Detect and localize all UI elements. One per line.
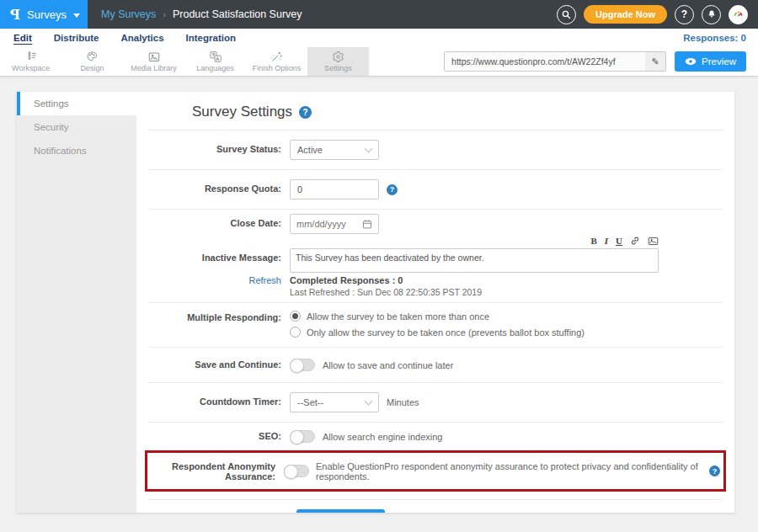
countdown-timer-label: Countdown Timer: (148, 392, 290, 412)
breadcrumb-my-surveys[interactable]: My Surveys (101, 8, 156, 20)
multiple-responding-row: Multiple Responding: Allow the survey to… (148, 303, 723, 348)
survey-status-label: Survey Status: (148, 140, 290, 160)
radio-option-label: Allow the survey to be taken more than o… (307, 311, 489, 322)
tab-design[interactable]: Design (61, 47, 123, 76)
edit-toolbar: Workspace Design Media Library Languages… (0, 47, 758, 77)
preview-button[interactable]: Preview (675, 51, 746, 72)
format-toolbar: B I U (290, 235, 659, 247)
radio-option-label: Only allow the survey to be taken once (… (307, 327, 585, 338)
anonymity-help-icon[interactable]: ? (709, 466, 720, 476)
tab-label: Design (80, 64, 104, 72)
survey-url-box: ✎ (444, 51, 666, 72)
close-date-message-group: Close Date: Inactive Message: B I (148, 210, 723, 303)
close-date-label: Close Date: (148, 214, 290, 234)
countdown-timer-row: Countdown Timer: --Set-- Minutes (148, 383, 723, 423)
breadcrumb: My Surveys › Product Satisfaction Survey (101, 8, 302, 20)
save-and-continue-row: Save and Continue: Allow to save and con… (148, 348, 723, 383)
response-quota-input[interactable] (290, 179, 379, 200)
italic-button[interactable]: I (605, 236, 608, 246)
page-title: Survey Settings (192, 104, 292, 120)
topbar-actions: Upgrade Now ? (557, 5, 758, 24)
image-icon[interactable] (648, 237, 659, 246)
multiple-responding-label: Multiple Responding: (148, 311, 290, 338)
anonymity-toggle[interactable] (284, 465, 309, 477)
survey-status-value: Active (297, 145, 323, 155)
tab-workspace[interactable]: Workspace (0, 47, 61, 76)
close-date-row: Close Date: (148, 214, 723, 234)
tab-media-library[interactable]: Media Library (123, 47, 184, 76)
completed-responses-text: Completed Responses : 0 (290, 275, 482, 285)
tab-languages[interactable]: Languages (184, 47, 246, 76)
workspace-icon (24, 51, 38, 63)
survey-nav: Edit Distribute Analytics Integration Re… (0, 29, 758, 47)
finish-options-icon (270, 51, 283, 63)
survey-settings-help-icon[interactable]: ? (299, 106, 312, 119)
tab-label: Settings (324, 64, 352, 72)
sidebar-item-settings[interactable]: Settings (17, 92, 136, 115)
countdown-timer-select[interactable]: --Set-- (290, 392, 379, 412)
refresh-row: Refresh Completed Responses : 0 Last Ref… (148, 275, 723, 297)
seo-toggle[interactable] (290, 430, 315, 443)
refresh-link[interactable]: Refresh (148, 275, 290, 297)
content-area: Settings Security Notifications Survey S… (17, 92, 734, 513)
product-switcher: Surveys (27, 8, 67, 21)
inactive-message-textarea[interactable]: This Survey has been deactivated by the … (290, 248, 659, 273)
radio-option-once[interactable]: Only allow the survey to be taken once (… (290, 327, 585, 338)
calendar-icon[interactable] (362, 219, 372, 229)
link-icon[interactable] (630, 236, 640, 246)
anonymity-text: Enable QuestionPro respondent anonymity … (316, 461, 702, 481)
radio-unselected-icon[interactable] (290, 327, 301, 338)
countdown-timer-value: --Set-- (297, 397, 323, 407)
tab-label: Media Library (131, 64, 177, 72)
page-title-row: Survey Settings ? (148, 92, 723, 130)
tab-finish-options[interactable]: Finish Options (246, 47, 307, 76)
anonymity-highlight-box: Respondent Anonymity Assurance: Enable Q… (145, 450, 726, 492)
pencil-icon[interactable]: ✎ (645, 52, 665, 71)
response-quota-label: Response Quota: (148, 179, 290, 200)
response-quota-help-icon[interactable]: ? (387, 184, 398, 195)
response-quota-row: Response Quota: ? (148, 170, 723, 210)
bold-button[interactable]: B (590, 236, 596, 246)
search-icon[interactable] (557, 5, 576, 24)
media-library-icon (147, 51, 161, 63)
underline-button[interactable]: U (616, 236, 622, 246)
help-icon[interactable]: ? (675, 5, 694, 24)
seo-text: Allow search engine indexing (323, 432, 442, 442)
breadcrumb-separator: › (163, 9, 166, 19)
tab-settings[interactable]: Settings (307, 47, 369, 76)
anonymity-label: Respondent Anonymity Assurance: (151, 460, 284, 481)
settings-gear-icon (332, 51, 344, 63)
nav-tab-analytics[interactable]: Analytics (120, 32, 163, 44)
radio-selected-icon[interactable] (290, 311, 301, 322)
close-date-input[interactable] (296, 219, 355, 229)
top-bar: P Surveys My Surveys › Product Satisfact… (0, 0, 758, 29)
inactive-message-label: Inactive Message: (148, 234, 290, 273)
gauge-icon[interactable] (729, 5, 748, 24)
tab-label: Workspace (12, 64, 50, 72)
responses-count[interactable]: Responses: 0 (683, 33, 746, 43)
survey-url-input[interactable] (445, 56, 645, 66)
nav-tab-distribute[interactable]: Distribute (54, 32, 99, 44)
bell-icon[interactable] (702, 5, 721, 24)
tab-label: Languages (196, 64, 234, 72)
seo-label: SEO: (148, 430, 290, 443)
eye-icon (685, 57, 697, 66)
nav-tab-integration[interactable]: Integration (186, 32, 236, 44)
survey-status-select[interactable]: Active (290, 140, 379, 160)
save-changes-button[interactable]: Save Changes (296, 509, 385, 513)
chevron-down-icon (365, 144, 373, 152)
nav-tab-edit[interactable]: Edit (13, 32, 32, 45)
questionpro-logo[interactable]: P Surveys (0, 0, 88, 29)
settings-panel: Survey Settings ? Survey Status: Active … (136, 92, 734, 513)
countdown-timer-suffix: Minutes (387, 397, 419, 407)
upgrade-now-button[interactable]: Upgrade Now (584, 5, 667, 24)
save-and-continue-text: Allow to save and continue later (323, 360, 453, 370)
save-and-continue-toggle[interactable] (290, 359, 315, 371)
close-date-field[interactable] (290, 214, 379, 234)
radio-option-multiple[interactable]: Allow the survey to be taken more than o… (290, 311, 585, 322)
chevron-down-icon (365, 396, 373, 405)
design-icon (86, 51, 99, 63)
sidebar-item-security[interactable]: Security (17, 115, 136, 139)
sidebar-item-notifications[interactable]: Notifications (17, 139, 136, 162)
settings-sidebar: Settings Security Notifications (17, 92, 136, 513)
